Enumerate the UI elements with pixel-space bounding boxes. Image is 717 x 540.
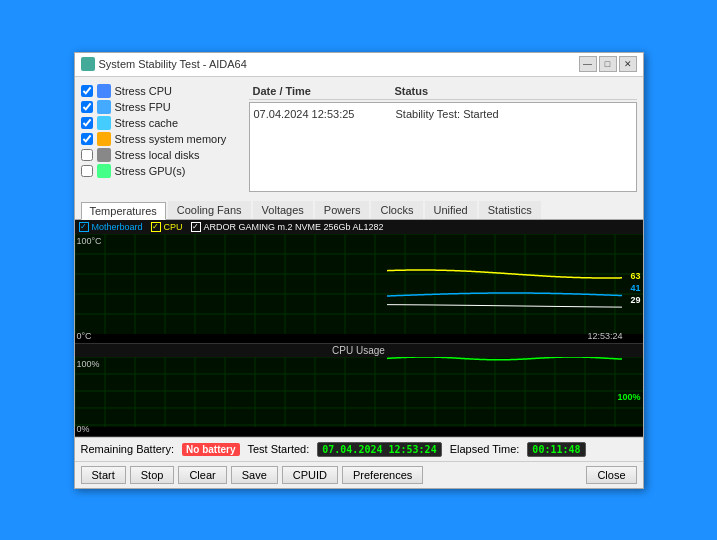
stop-button[interactable]: Stop (130, 466, 175, 484)
stress-label-2: Stress cache (115, 117, 179, 129)
temp-val-1: 41 (630, 283, 640, 293)
tab-clocks[interactable]: Clocks (371, 201, 422, 219)
legend-item-0: ✓Motherboard (79, 222, 143, 232)
tab-cooling-fans[interactable]: Cooling Fans (168, 201, 251, 219)
cpu-chart-container: 100% 0% 100% (75, 357, 643, 437)
log-panel: Date / Time Status 07.04.2024 12:53:25St… (249, 83, 637, 192)
clear-button[interactable]: Clear (178, 466, 226, 484)
disk-icon (97, 148, 111, 162)
window-title: System Stability Test - AIDA64 (99, 58, 247, 70)
log-row-0: 07.04.2024 12:53:25Stability Test: Start… (254, 107, 632, 121)
temp-y-min: 0°C (77, 331, 92, 341)
close-button[interactable]: ✕ (619, 56, 637, 72)
log-col-datetime: Date / Time (253, 85, 383, 97)
legend-label-2: ARDOR GAMING m.2 NVME 256Gb AL1282 (204, 222, 384, 232)
save-button[interactable]: Save (231, 466, 278, 484)
temp-legend: ✓Motherboard✓CPU✓ARDOR GAMING m.2 NVME 2… (75, 220, 643, 234)
log-col-status: Status (395, 85, 429, 97)
close-button[interactable]: Close (586, 466, 636, 484)
cpu-canvas (75, 357, 643, 427)
stress-option-4: Stress local disks (81, 147, 241, 163)
fpu-icon (97, 100, 111, 114)
tab-voltages[interactable]: Voltages (253, 201, 313, 219)
temp-chart-container: 100°C 0°C 634129 12:53:24 (75, 234, 643, 344)
bottom-bar: Remaining Battery: No battery Test Start… (75, 437, 643, 461)
stress-label-5: Stress GPU(s) (115, 165, 186, 177)
maximize-button[interactable]: □ (599, 56, 617, 72)
elapsed-label: Elapsed Time: (450, 443, 520, 455)
buttons-row: StartStopClearSaveCPUIDPreferencesClose (75, 461, 643, 488)
legend-label-1: CPU (164, 222, 183, 232)
legend-item-1: ✓CPU (151, 222, 183, 232)
test-started-badge: 07.04.2024 12:53:24 (317, 442, 441, 457)
cpuid-button[interactable]: CPUID (282, 466, 338, 484)
minimize-button[interactable]: — (579, 56, 597, 72)
stress-checkbox-2[interactable] (81, 117, 93, 129)
tab-statistics[interactable]: Statistics (479, 201, 541, 219)
stress-checkbox-5[interactable] (81, 165, 93, 177)
title-bar: System Stability Test - AIDA64 — □ ✕ (75, 53, 643, 77)
stress-option-2: Stress cache (81, 115, 241, 131)
cpu-y-max: 100% (77, 359, 100, 369)
temp-val-0: 63 (630, 271, 640, 281)
stress-label-4: Stress local disks (115, 149, 200, 161)
stress-option-5: Stress GPU(s) (81, 163, 241, 179)
tab-unified[interactable]: Unified (425, 201, 477, 219)
gpu-icon (97, 164, 111, 178)
title-bar-left: System Stability Test - AIDA64 (81, 57, 247, 71)
top-content: Stress CPUStress FPUStress cacheStress s… (75, 77, 643, 198)
elapsed-badge: 00:11:48 (527, 442, 585, 457)
log-status-0: Stability Test: Started (396, 108, 499, 120)
stress-label-0: Stress CPU (115, 85, 172, 97)
stress-option-1: Stress FPU (81, 99, 241, 115)
battery-label: Remaining Battery: (81, 443, 175, 455)
legend-check-2[interactable]: ✓ (191, 222, 201, 232)
stress-options: Stress CPUStress FPUStress cacheStress s… (81, 83, 241, 192)
stress-checkbox-3[interactable] (81, 133, 93, 145)
temp-values: 634129 (630, 271, 640, 305)
tabs-row: TemperaturesCooling FansVoltagesPowersCl… (75, 198, 643, 220)
stress-option-3: Stress system memory (81, 131, 241, 147)
tab-temperatures[interactable]: Temperatures (81, 202, 166, 220)
stress-checkbox-0[interactable] (81, 85, 93, 97)
battery-badge: No battery (182, 443, 239, 456)
temp-y-max: 100°C (77, 236, 102, 246)
title-bar-controls: — □ ✕ (579, 56, 637, 72)
cpu-icon (97, 84, 111, 98)
preferences-button[interactable]: Preferences (342, 466, 423, 484)
test-started-label: Test Started: (248, 443, 310, 455)
stress-label-1: Stress FPU (115, 101, 171, 113)
temp-val-2: 29 (630, 295, 640, 305)
tab-powers[interactable]: Powers (315, 201, 370, 219)
cpu-chart-title: CPU Usage (75, 344, 643, 357)
temp-time: 12:53:24 (587, 331, 622, 341)
stress-checkbox-4[interactable] (81, 149, 93, 161)
stress-option-0: Stress CPU (81, 83, 241, 99)
memory-icon (97, 132, 111, 146)
cache-icon (97, 116, 111, 130)
cpu-value: 100% (617, 392, 640, 402)
main-window: System Stability Test - AIDA64 — □ ✕ Str… (74, 52, 644, 489)
log-datetime-0: 07.04.2024 12:53:25 (254, 108, 384, 120)
temp-canvas (75, 234, 643, 334)
cpu-y-min: 0% (77, 424, 90, 434)
start-button[interactable]: Start (81, 466, 126, 484)
charts-area: ✓Motherboard✓CPU✓ARDOR GAMING m.2 NVME 2… (75, 220, 643, 437)
log-area: 07.04.2024 12:53:25Stability Test: Start… (249, 102, 637, 192)
legend-label-0: Motherboard (92, 222, 143, 232)
stress-label-3: Stress system memory (115, 133, 227, 145)
app-icon (81, 57, 95, 71)
stress-checkbox-1[interactable] (81, 101, 93, 113)
log-header: Date / Time Status (249, 83, 637, 100)
legend-check-0[interactable]: ✓ (79, 222, 89, 232)
legend-check-1[interactable]: ✓ (151, 222, 161, 232)
legend-item-2: ✓ARDOR GAMING m.2 NVME 256Gb AL1282 (191, 222, 384, 232)
